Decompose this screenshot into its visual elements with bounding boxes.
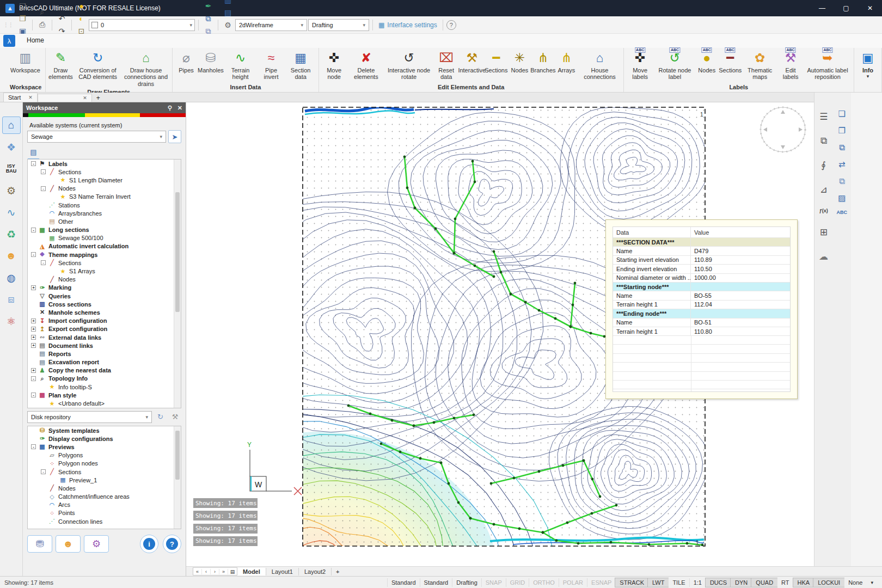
- status-toggle[interactable]: LOCKUI: [813, 578, 844, 587]
- tree-item[interactable]: + ↧ Import configuration: [28, 317, 181, 325]
- tree-item[interactable]: + ↥ Export configuration: [28, 325, 181, 333]
- tree-item[interactable]: ⛁ System templates: [28, 426, 181, 434]
- module-button[interactable]: ☻: [2, 247, 21, 265]
- layout-tab[interactable]: Layout2: [299, 568, 332, 575]
- tree-item[interactable]: - ⌕ Topology Info: [28, 375, 181, 383]
- draw-order-button[interactable]: ⇄: [838, 160, 846, 169]
- tree-item[interactable]: ◇ Catchment/influence areas: [28, 493, 181, 501]
- status-options-caret[interactable]: ▾: [866, 580, 878, 585]
- scrollbar-thumb[interactable]: [175, 431, 180, 480]
- module-button[interactable]: ◍: [2, 269, 21, 286]
- tree-expander[interactable]: +: [31, 368, 36, 373]
- module-button[interactable]: ⧈: [2, 291, 21, 308]
- draw-order-button[interactable]: ⧉: [839, 143, 845, 152]
- add-layout-button[interactable]: +: [332, 568, 344, 575]
- tree-item[interactable]: + ∾ External data links: [28, 333, 181, 341]
- scrollbar-thumb[interactable]: [175, 192, 180, 312]
- tree-item[interactable]: - ▦ Previews: [28, 443, 181, 451]
- status-toggle[interactable]: STRACK: [615, 578, 648, 587]
- tree-item[interactable]: + ✑ Marking: [28, 284, 181, 292]
- module-button[interactable]: ∿: [2, 204, 21, 221]
- ribbon-button[interactable]: ⋔Branches: [531, 48, 554, 74]
- tree-item[interactable]: - ▦ Plan style: [28, 391, 181, 399]
- ribbon-button[interactable]: ⚒Edit labels: [778, 48, 803, 81]
- tree-item[interactable]: ⁘ Points: [28, 509, 181, 517]
- right-tool-button[interactable]: ☁: [819, 251, 828, 262]
- status-toggle[interactable]: GRID: [506, 578, 529, 587]
- status-toggle[interactable]: DYN: [731, 578, 751, 587]
- configuration-button[interactable]: ⚙: [84, 535, 109, 553]
- repository-select[interactable]: Disk repository ▾: [27, 411, 152, 423]
- ribbon-button[interactable]: ▥Workspace: [9, 48, 42, 74]
- help-button[interactable]: ?: [446, 20, 456, 30]
- tree-expander[interactable]: +: [31, 285, 36, 290]
- ribbon-button[interactable]: ✎Draw elements: [48, 48, 74, 81]
- status-toggle[interactable]: Standard: [387, 578, 420, 587]
- status-toggle[interactable]: LWT: [648, 578, 668, 587]
- ribbon-button[interactable]: ✘Delete elements: [348, 48, 384, 81]
- tree-item[interactable]: ★ S1 Length Diameter: [28, 176, 181, 184]
- panel-help-button[interactable]: ?: [163, 535, 181, 553]
- workspace-tool-button[interactable]: ▤: [27, 146, 40, 158]
- ribbon-button[interactable]: ✳Nodes: [508, 48, 531, 74]
- drawing-viewport[interactable]: 1 1 Y W Showing: 17 items Showing: 1: [186, 102, 814, 566]
- tree-item[interactable]: ▤ Other: [28, 217, 181, 225]
- interface-settings-button[interactable]: ▦ Interface settings: [376, 21, 439, 29]
- tree-item[interactable]: ★ S3 Name Terrain Invert: [28, 193, 181, 201]
- status-toggle[interactable]: Standard: [420, 578, 452, 587]
- document-tab-drawing[interactable]: ✕: [38, 94, 92, 102]
- tree-item[interactable]: - ╱ Sections: [28, 468, 181, 476]
- layer-dropdown[interactable]: 0 ▾: [89, 19, 195, 31]
- tree-scrollbar[interactable]: [174, 160, 181, 408]
- ribbon-button[interactable]: ━Sections: [485, 48, 507, 74]
- tree-item[interactable]: ◮ Automatic invert calculation: [28, 242, 181, 250]
- new-tab-button[interactable]: +: [92, 94, 105, 102]
- status-toggle[interactable]: TILE: [668, 578, 689, 587]
- status-toggle[interactable]: HKA: [793, 578, 814, 587]
- tree-item[interactable]: ╱ Nodes: [28, 484, 181, 492]
- layout-tab[interactable]: Model: [237, 568, 266, 575]
- right-tool-button[interactable]: ⊿: [820, 184, 828, 195]
- tree-item[interactable]: ⋰ Connection lines: [28, 517, 181, 525]
- module-button[interactable]: ISY BAU: [2, 160, 21, 177]
- tree-expander[interactable]: -: [31, 393, 36, 397]
- tree-item[interactable]: ▤ Reports: [28, 350, 181, 358]
- tree-item[interactable]: ▱ Polygons: [28, 451, 181, 460]
- ribbon-button[interactable]: ≈Pipe invert: [258, 48, 284, 81]
- right-tool-button[interactable]: ƒ(x): [819, 209, 828, 213]
- tree-item[interactable]: - ╱ Nodes: [28, 185, 181, 193]
- draw-order-button[interactable]: ABC: [837, 210, 848, 215]
- ribbon-button[interactable]: ⌧Reset data: [433, 48, 459, 81]
- ribbon-button[interactable]: ↻Conversion of CAD elements: [74, 48, 121, 81]
- tab-menu-button[interactable]: ▤: [228, 569, 237, 574]
- tree-item[interactable]: ◠ Arcs: [28, 501, 181, 509]
- pipe-catalog-button[interactable]: ⛃: [27, 535, 52, 553]
- ribbon-button[interactable]: ━Sections: [719, 48, 742, 74]
- tree-expander[interactable]: +: [31, 335, 36, 340]
- repo-settings-button[interactable]: ⚒: [169, 411, 181, 423]
- status-toggle[interactable]: None: [844, 578, 866, 587]
- qat-button[interactable]: ⚙: [222, 19, 234, 31]
- tree-expander[interactable]: -: [31, 228, 36, 232]
- tree-item[interactable]: ▥ Cross sections: [28, 300, 181, 308]
- status-toggle[interactable]: QUAD: [751, 578, 777, 587]
- tree-expander[interactable]: -: [41, 169, 46, 174]
- tree-scrollbar[interactable]: [174, 426, 181, 529]
- tree-expander[interactable]: +: [31, 327, 36, 332]
- info-button[interactable]: ▣ Info ▾: [856, 48, 879, 79]
- minimize-button[interactable]: —: [810, 0, 834, 16]
- workspace-select[interactable]: Drafting ▾: [308, 19, 369, 31]
- tree-item[interactable]: ◠ Arrays/branches: [28, 209, 181, 217]
- ribbon-button[interactable]: ⌂Draw house connections and drains: [122, 48, 170, 88]
- layout-tab[interactable]: Layout1: [266, 568, 299, 575]
- module-button[interactable]: ⚛: [2, 313, 21, 330]
- ribbon-button[interactable]: ▦Section data: [285, 48, 316, 81]
- system-select[interactable]: Sewage ▾: [27, 131, 166, 143]
- status-toggle[interactable]: POLAR: [559, 578, 587, 587]
- tree-expander[interactable]: -: [41, 469, 46, 474]
- panel-info-button[interactable]: i: [140, 535, 158, 553]
- tree-item[interactable]: ★ Info tooltip-S: [28, 383, 181, 391]
- tree-item[interactable]: ★ <Urbano default>: [28, 399, 181, 407]
- first-tab-button[interactable]: «: [193, 569, 202, 574]
- tree-item[interactable]: + ▤ Document links: [28, 341, 181, 350]
